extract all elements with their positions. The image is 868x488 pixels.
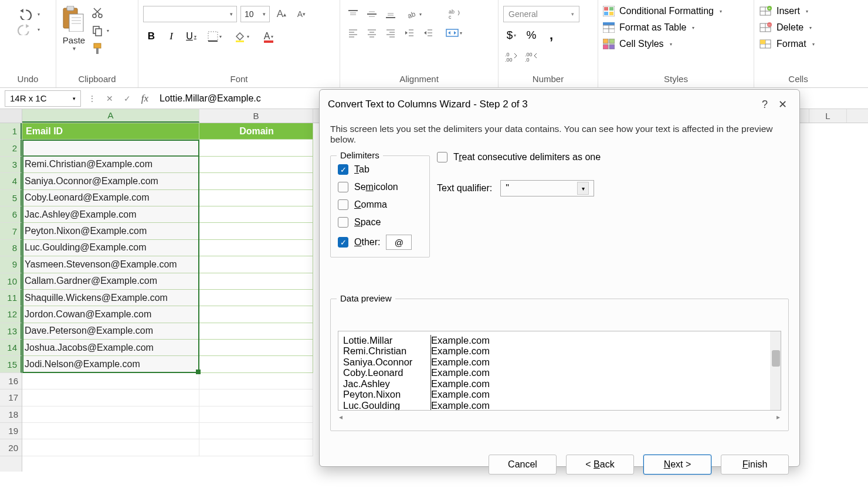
font-name-combo[interactable]: ▾ <box>143 6 237 22</box>
data-cell[interactable] <box>199 323 313 340</box>
close-button[interactable]: ✕ <box>774 96 791 113</box>
data-cell[interactable]: Dave.Peterson@Example.com <box>22 323 199 340</box>
scrollbar-thumb[interactable] <box>772 350 780 367</box>
data-cell[interactable]: Jodi.Nelson@Example.com <box>22 356 199 372</box>
name-box-expand-button[interactable]: ⋮ <box>86 92 99 105</box>
format-as-table-button[interactable]: Format as Table▾ <box>603 22 694 33</box>
decrease-indent-button[interactable] <box>401 25 418 41</box>
row-header[interactable]: 14 <box>0 340 22 356</box>
data-cell[interactable]: Luc.Goulding@Example.com <box>22 240 199 256</box>
data-cell[interactable]: Joshua.Jacobs@Example.com <box>22 340 199 356</box>
data-cell[interactable] <box>199 290 313 306</box>
comma-checkbox-row[interactable]: Comma <box>338 199 438 210</box>
percent-button[interactable]: % <box>523 27 540 43</box>
cancel-button[interactable]: Cancel <box>489 455 557 475</box>
data-cell[interactable]: Yasmeen.Stevenson@Example.com <box>22 256 199 273</box>
row-header[interactable]: 16 <box>0 373 22 389</box>
underline-button[interactable]: U▾ <box>183 28 199 45</box>
data-cell[interactable]: Peyton.Nixon@Example.com <box>22 223 199 239</box>
row-header[interactable]: 15 <box>0 356 22 372</box>
data-cell[interactable] <box>199 223 313 239</box>
row-header[interactable]: 3 <box>0 157 22 173</box>
row-header[interactable]: 5 <box>0 190 22 206</box>
row-header[interactable]: 2 <box>0 140 22 156</box>
row-header[interactable]: 1 <box>0 123 22 140</box>
empty-cell[interactable] <box>22 406 199 423</box>
font-color-button[interactable]: A▾ <box>257 28 280 45</box>
name-box[interactable]: 14R x 1C▾ <box>5 90 81 107</box>
horizontal-scrollbar[interactable]: ◂▸ <box>338 411 781 423</box>
align-left-button[interactable] <box>345 25 361 41</box>
comma-style-button[interactable]: , <box>543 27 560 43</box>
header-cell[interactable]: Domain <box>199 123 313 140</box>
cell-styles-button[interactable]: Cell Styles▾ <box>603 39 672 49</box>
format-painter-button[interactable] <box>91 42 109 55</box>
row-header[interactable]: 19 <box>0 423 22 439</box>
data-cell[interactable]: Remi.Christian@Example.com <box>22 157 199 173</box>
empty-cell[interactable] <box>199 373 313 389</box>
row-header[interactable]: 6 <box>0 206 22 223</box>
align-center-button[interactable] <box>364 25 380 41</box>
column-header-l[interactable]: L <box>809 109 847 123</box>
data-cell[interactable] <box>199 256 313 273</box>
insert-cells-button[interactable]: + Insert▾ <box>759 6 808 16</box>
merge-center-button[interactable]: ▾ <box>443 25 464 41</box>
data-cell[interactable] <box>199 206 313 223</box>
row-header[interactable]: 20 <box>0 439 22 456</box>
delete-cells-button[interactable]: − Delete▾ <box>759 22 812 33</box>
empty-cell[interactable] <box>22 423 199 439</box>
data-cell[interactable] <box>199 273 313 290</box>
align-middle-button[interactable] <box>364 6 380 22</box>
enter-formula-button[interactable]: ✓ <box>121 92 134 105</box>
help-button[interactable]: ? <box>756 96 774 113</box>
italic-button[interactable]: I <box>163 28 179 45</box>
row-header[interactable]: 17 <box>0 389 22 406</box>
scroll-right-icon[interactable]: ▸ <box>777 413 780 421</box>
empty-cell[interactable] <box>22 373 199 389</box>
other-checkbox-row[interactable]: ✓Other: <box>338 235 438 250</box>
tab-checkbox-row[interactable]: ✓TTabab <box>338 164 438 175</box>
row-header[interactable]: 11 <box>0 290 22 306</box>
column-header-a[interactable]: A <box>22 109 199 123</box>
back-button[interactable]: < Back <box>566 455 634 475</box>
decrease-decimal-button[interactable]: .00.0 <box>523 48 540 65</box>
paste-button[interactable]: Paste ▾ <box>61 2 87 52</box>
accounting-format-button[interactable]: $▾ <box>503 27 520 43</box>
row-header[interactable]: 10 <box>0 273 22 290</box>
empty-cell[interactable] <box>22 439 199 456</box>
row-header[interactable]: 7 <box>0 223 22 239</box>
decrease-font-button[interactable]: A▾ <box>293 6 310 22</box>
data-cell[interactable] <box>199 356 313 372</box>
data-cell[interactable] <box>199 173 313 189</box>
format-cells-button[interactable]: Format▾ <box>759 39 815 49</box>
align-top-button[interactable] <box>345 6 361 22</box>
row-header[interactable]: 4 <box>0 173 22 189</box>
empty-cell[interactable] <box>199 406 313 423</box>
undo-button[interactable]: ▾ <box>16 8 40 20</box>
row-header[interactable]: 9 <box>0 256 22 273</box>
align-bottom-button[interactable] <box>382 6 399 22</box>
cancel-formula-button[interactable]: ✕ <box>103 92 116 105</box>
semicolon-checkbox-row[interactable]: Semicolon <box>338 182 438 192</box>
copy-button[interactable]: ▾ <box>91 25 109 36</box>
data-cell[interactable] <box>199 306 313 323</box>
increase-indent-button[interactable] <box>420 25 436 41</box>
dialog-titlebar[interactable]: Convert Text to Columns Wizard - Step 2 … <box>320 90 799 119</box>
select-all-corner[interactable] <box>0 109 22 123</box>
vertical-scrollbar[interactable] <box>770 331 781 410</box>
empty-cell[interactable] <box>199 423 313 439</box>
data-cell[interactable] <box>199 157 313 173</box>
data-cell[interactable] <box>199 140 313 156</box>
empty-cell[interactable] <box>199 439 313 456</box>
row-header[interactable]: 12 <box>0 306 22 323</box>
borders-button[interactable]: ▾ <box>203 28 226 45</box>
header-cell[interactable]: Email ID <box>22 123 199 140</box>
data-cell[interactable]: Saniya.Oconnor@Example.com <box>22 173 199 189</box>
row-header[interactable]: 8 <box>0 240 22 256</box>
redo-button[interactable]: ▾ <box>16 23 40 35</box>
number-format-combo[interactable]: General▾ <box>503 6 579 22</box>
data-cell[interactable]: Callam.Gardner@Example.com <box>22 273 199 290</box>
align-right-button[interactable] <box>382 25 399 41</box>
cut-button[interactable] <box>91 7 109 19</box>
fill-color-button[interactable]: ▾ <box>230 28 253 45</box>
